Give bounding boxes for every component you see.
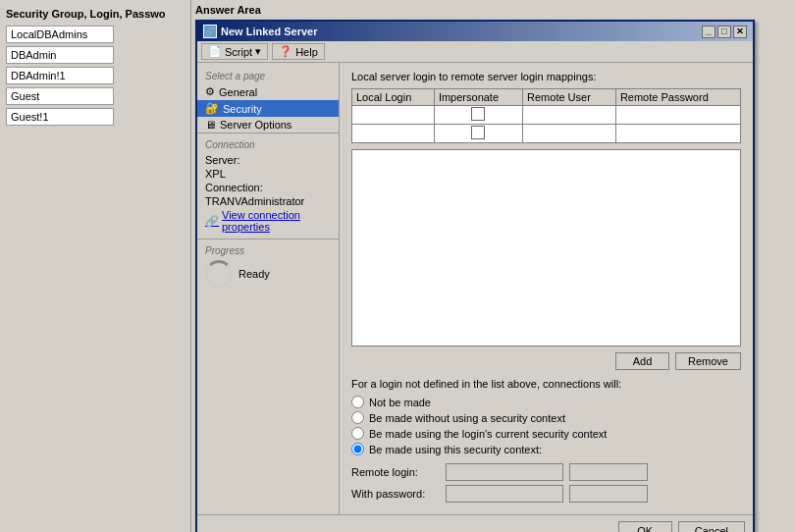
radio-current-context-label: Be made using the login's current securi…	[369, 428, 607, 440]
dialog-main-content: Local server login to remote server logi…	[340, 63, 753, 514]
left-panel: Security Group, Login, Passwo LocalDBAdm…	[0, 0, 191, 532]
local-login-cell-2	[352, 125, 435, 143]
dialog-toolbar: 📄 Script ▾ ❓ Help	[197, 41, 753, 63]
script-icon: 📄	[208, 45, 222, 58]
left-panel-title: Security Group, Login, Passwo	[6, 8, 185, 20]
table-row	[352, 106, 741, 125]
nav-item-security[interactable]: 🔐 Security	[197, 100, 339, 117]
nav-general-label: General	[219, 86, 257, 98]
radio-this-context-label: Be made using this security context:	[369, 444, 542, 455]
local-login-cell	[352, 106, 435, 125]
connection-label-text: Connection:	[205, 182, 331, 193]
connection-section: Connection Server: XPL Connection: TRANV…	[197, 133, 339, 239]
add-button[interactable]: Add	[615, 352, 669, 370]
link-icon: 🔗	[205, 215, 219, 228]
connection-value: TRANVAdministrator	[205, 195, 331, 207]
table-row	[352, 125, 741, 143]
radio-this-context[interactable]: Be made using this security context:	[351, 443, 741, 455]
progress-section: Progress Ready	[197, 239, 339, 293]
remote-password-cell-2	[615, 125, 740, 143]
radio-no-security-label: Be made without using a security context	[369, 412, 565, 424]
ok-button[interactable]: OK	[618, 521, 672, 532]
impersonate-checkbox-2[interactable]	[471, 126, 485, 139]
nav-item-server-options[interactable]: 🖥 Server Options	[197, 117, 339, 133]
nav-item-general[interactable]: ⚙ General	[197, 83, 339, 100]
view-connection-link-label: View connection properties	[222, 209, 331, 233]
server-value: XPL	[205, 168, 331, 180]
answer-area-label: Answer Area	[195, 4, 791, 16]
general-icon: ⚙	[205, 85, 215, 98]
dialog-title: New Linked Server	[221, 26, 317, 37]
nav-security-label: Security	[223, 103, 262, 115]
maximize-button[interactable]: □	[717, 26, 731, 38]
view-connection-properties-link[interactable]: 🔗 View connection properties	[205, 209, 331, 233]
radio-this-context-input[interactable]	[351, 443, 364, 455]
progress-status: Ready	[238, 268, 270, 280]
progress-title: Progress	[205, 245, 331, 256]
left-panel-item[interactable]: LocalDBAdmins	[6, 26, 114, 43]
remote-password-cell	[615, 106, 740, 125]
new-linked-server-dialog: 🔗 New Linked Server _ □ ✕ 📄 Script ▾ ❓ H…	[195, 20, 755, 532]
radio-not-be-made-label: Not be made	[369, 397, 431, 408]
dialog-title-icon: 🔗	[203, 25, 217, 38]
remote-login-input-extra[interactable]	[569, 463, 648, 481]
radio-no-security-input[interactable]	[351, 411, 364, 424]
remove-button[interactable]: Remove	[675, 352, 741, 370]
dialog-footer: OK Cancel	[197, 514, 753, 532]
login-mappings-label: Local server login to remote server logi…	[351, 71, 741, 82]
left-panel-item[interactable]: DBAdmin!1	[6, 67, 114, 84]
dialog-body: Select a page ⚙ General 🔐 Security 🖥 Ser…	[197, 63, 753, 514]
help-icon: ❓	[279, 45, 292, 58]
minimize-button[interactable]: _	[702, 26, 716, 38]
with-password-input[interactable]	[446, 485, 563, 503]
remote-user-cell-2	[523, 125, 616, 143]
help-button[interactable]: ❓ Help	[272, 43, 325, 60]
with-password-label: With password:	[351, 488, 440, 500]
server-label-text: Server:	[205, 154, 331, 166]
answer-area: Answer Area 🔗 New Linked Server _ □ ✕ 📄 …	[191, 0, 795, 532]
script-label: Script	[225, 46, 252, 58]
login-mappings-table: Local Login Impersonate Remote User Remo…	[351, 88, 741, 143]
connections-label: For a login not defined in the list abov…	[351, 378, 741, 390]
dialog-titlebar-btns: _ □ ✕	[702, 26, 747, 38]
remote-login-row: Remote login:	[351, 463, 741, 481]
script-button[interactable]: 📄 Script ▾	[201, 43, 268, 60]
left-panel-item[interactable]: Guest	[6, 87, 114, 105]
with-password-row: With password:	[351, 485, 741, 503]
progress-content: Ready	[205, 260, 331, 288]
remote-login-input[interactable]	[446, 463, 563, 481]
server-options-icon: 🖥	[205, 119, 216, 131]
remote-user-cell	[523, 106, 616, 125]
script-dropdown-icon: ▾	[255, 45, 261, 58]
nav-server-options-label: Server Options	[220, 119, 292, 131]
col-remote-password: Remote Password	[615, 89, 740, 106]
cancel-button[interactable]: Cancel	[678, 521, 745, 532]
impersonate-cell-2	[434, 125, 522, 143]
radio-not-be-made[interactable]: Not be made	[351, 396, 741, 408]
connection-options-group: Not be made Be made without using a secu…	[351, 396, 741, 455]
col-remote-user: Remote User	[523, 89, 616, 106]
add-remove-btn-row: Add Remove	[351, 352, 741, 370]
left-items-list: LocalDBAdminsDBAdminDBAdmin!1GuestGuest!…	[6, 26, 185, 126]
close-button[interactable]: ✕	[733, 26, 747, 38]
dialog-nav: Select a page ⚙ General 🔐 Security 🖥 Ser…	[197, 63, 340, 514]
col-impersonate: Impersonate	[434, 89, 522, 106]
help-label: Help	[295, 46, 318, 58]
connection-title: Connection	[205, 139, 331, 150]
select-page-label: Select a page	[197, 67, 339, 83]
radio-no-security[interactable]: Be made without using a security context	[351, 411, 741, 424]
with-password-input-extra[interactable]	[569, 485, 648, 503]
left-panel-item[interactable]: DBAdmin	[6, 46, 114, 64]
dialog-titlebar: 🔗 New Linked Server _ □ ✕	[197, 22, 753, 41]
col-local-login: Local Login	[352, 89, 435, 106]
radio-current-context[interactable]: Be made using the login's current securi…	[351, 427, 741, 440]
radio-current-context-input[interactable]	[351, 427, 364, 440]
progress-spinner	[205, 260, 233, 288]
empty-table-area	[351, 149, 741, 346]
radio-not-be-made-input[interactable]	[351, 396, 364, 408]
dialog-titlebar-left: 🔗 New Linked Server	[203, 25, 317, 38]
remote-login-label: Remote login:	[351, 466, 440, 478]
impersonate-checkbox-1[interactable]	[471, 107, 485, 121]
left-panel-item[interactable]: Guest!1	[6, 108, 114, 126]
security-icon: 🔐	[205, 102, 219, 115]
